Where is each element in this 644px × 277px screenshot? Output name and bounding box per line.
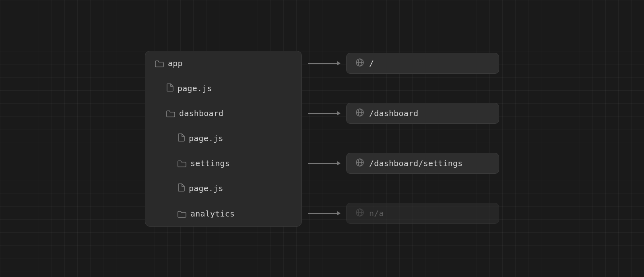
folder-icon-dashboard (166, 110, 175, 117)
route-row-settings: /dashboard/settings (302, 151, 499, 176)
tree-item-dashboard-page: page.js (145, 126, 301, 151)
route-box-dashboard: /dashboard (346, 103, 499, 124)
tree-item-app-page: page.js (145, 76, 301, 101)
route-box-settings: /dashboard/settings (346, 153, 499, 174)
route-row-analytics: n/a (302, 201, 499, 226)
tree-item-settings: settings (145, 151, 301, 176)
tree-label-app-page: page.js (178, 83, 212, 93)
globe-icon-settings (355, 158, 364, 169)
file-tree: app page.js dashboard (145, 51, 302, 227)
route-row-dashboard: /dashboard (302, 101, 499, 126)
route-box-root: / (346, 53, 499, 74)
tree-label-analytics: analytics (190, 209, 235, 219)
route-box-analytics: n/a (346, 203, 499, 224)
route-path-root: / (369, 58, 374, 68)
arrow-dashboard (308, 113, 340, 114)
tree-label-settings-page: page.js (189, 183, 223, 193)
route-row-settings-page (302, 176, 499, 201)
file-icon-1 (166, 83, 173, 94)
arrow-app (308, 63, 340, 64)
tree-label-app: app (168, 58, 183, 68)
folder-icon-analytics (178, 210, 186, 217)
globe-icon-analytics (355, 208, 364, 219)
tree-item-dashboard: dashboard (145, 101, 301, 126)
arrow-settings (308, 163, 340, 164)
arrow-analytics (308, 213, 340, 214)
route-path-settings: /dashboard/settings (369, 158, 463, 168)
file-icon-3 (178, 183, 185, 194)
globe-icon-dashboard (355, 108, 364, 119)
tree-label-dashboard-page: page.js (189, 133, 223, 143)
folder-icon-settings (178, 160, 186, 167)
file-icon-2 (178, 133, 185, 144)
route-path-dashboard: /dashboard (369, 108, 418, 118)
route-row-app-page (302, 76, 499, 101)
diagram-container: app page.js dashboard (145, 51, 499, 227)
route-row-dashboard-page (302, 126, 499, 151)
tree-item-settings-page: page.js (145, 176, 301, 201)
tree-label-dashboard: dashboard (179, 108, 223, 118)
route-row-app: / (302, 51, 499, 76)
tree-item-app: app (145, 51, 301, 76)
globe-icon-root (355, 58, 364, 69)
route-path-analytics: n/a (369, 208, 384, 218)
folder-icon (155, 60, 164, 67)
tree-label-settings: settings (190, 158, 230, 168)
routes-section: / /dashboard (302, 51, 499, 226)
tree-item-analytics: analytics (145, 201, 301, 226)
